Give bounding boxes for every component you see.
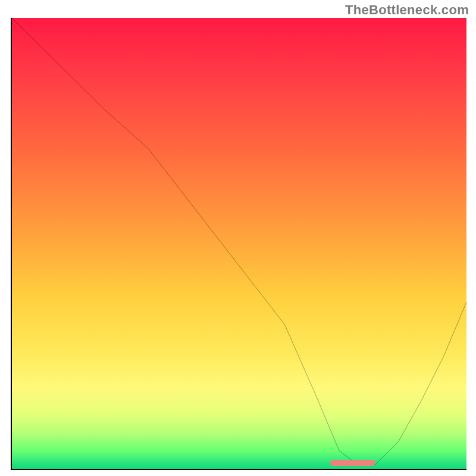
watermark-text: TheBottleneck.com bbox=[345, 2, 469, 18]
plot-area bbox=[11, 18, 466, 470]
minimum-marker bbox=[330, 460, 375, 466]
chart-container: TheBottleneck.com bbox=[0, 0, 476, 476]
bottleneck-curve bbox=[12, 18, 466, 469]
